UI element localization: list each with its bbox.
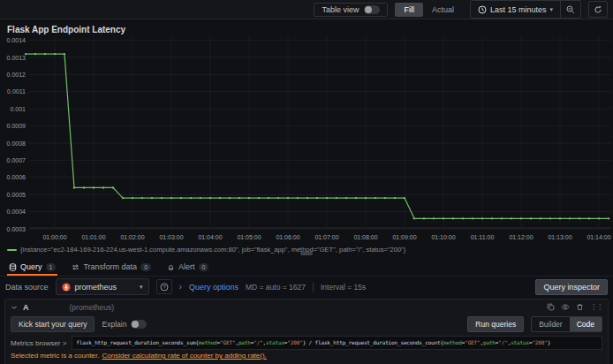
svg-text:01:11:00: 01:11:00 <box>471 234 495 240</box>
kick-start-query-button[interactable]: Kick start your query <box>11 316 95 332</box>
svg-text:0.0003: 0.0003 <box>7 226 26 232</box>
query-row-actions: ⋮⋮ <box>547 303 602 311</box>
tab-query-count: 1 <box>46 263 57 271</box>
query-options-toggle[interactable]: Query options <box>189 283 238 292</box>
svg-text:01:13:00: 01:13:00 <box>548 234 571 240</box>
fill-button[interactable]: Fill <box>395 3 423 17</box>
time-picker-group: Last 15 minutes ▾ <box>470 0 581 19</box>
tab-alert-count: 0 <box>199 263 209 271</box>
query-row-header[interactable]: A (prometheus) ⋮⋮ <box>5 300 608 314</box>
svg-text:01:10:00: 01:10:00 <box>431 234 455 240</box>
transform-icon <box>72 263 79 271</box>
svg-text:0.0009: 0.0009 <box>7 123 26 129</box>
datasource-name: prometheus <box>75 283 135 292</box>
svg-text:0.0011: 0.0011 <box>7 88 26 95</box>
promql-code-editor[interactable]: flask_http_request_duration_seconds_sum{… <box>72 336 602 350</box>
tab-query[interactable]: Query 1 <box>7 260 57 276</box>
tab-transform-label: Transform data <box>83 262 137 271</box>
tab-alert-label: Alert <box>178 262 195 271</box>
latency-chart[interactable]: 0.00140.00130.00120.00110.0010.00090.000… <box>0 19 613 242</box>
tab-transform-data[interactable]: Transform data 0 <box>70 260 153 276</box>
datasource-picker[interactable]: prometheus ▾ <box>56 278 149 295</box>
bell-icon <box>167 263 175 271</box>
chevron-right-icon[interactable]: › <box>179 282 182 292</box>
explain-toggle-group: Explain <box>102 320 147 329</box>
magnifier-minus-icon <box>566 5 575 14</box>
svg-text:0.001: 0.001 <box>10 106 26 112</box>
table-view-toggle-group[interactable]: Table view <box>314 3 388 17</box>
chevron-down-icon[interactable] <box>11 304 18 311</box>
query-editor-row: Metrics browser > flask_http_request_dur… <box>5 336 608 350</box>
tab-query-label: Query <box>20 262 42 271</box>
query-toolbar: Kick start your query Explain Run querie… <box>5 314 608 336</box>
code-button[interactable]: Code <box>570 317 602 331</box>
panel-title: Flask App Endpoint Latency <box>7 25 125 34</box>
divider <box>313 283 314 292</box>
svg-text:01:14:00: 01:14:00 <box>587 234 610 240</box>
drag-handle-icon[interactable]: ⋮⋮ <box>590 303 602 311</box>
svg-text:01:02:00: 01:02:00 <box>120 234 144 240</box>
query-ref-id: A <box>23 303 29 312</box>
svg-text:01:08:00: 01:08:00 <box>353 234 377 240</box>
warning-rate-link[interactable]: Consider calculating rate of counter by … <box>102 352 267 360</box>
svg-text:01:06:00: 01:06:00 <box>276 234 299 240</box>
refresh-button[interactable] <box>588 1 608 18</box>
datasource-help-button[interactable]: ? <box>156 279 172 294</box>
query-options-row: › Options Legend: AutoFormat: Time serie… <box>5 360 608 364</box>
datasource-row: Data source prometheus ▾ ? › Query optio… <box>0 277 613 297</box>
legend-item[interactable]: {instance="ec2-184-169-216-224.us-west-1… <box>7 246 405 254</box>
table-view-switch[interactable] <box>364 5 380 14</box>
svg-text:01:09:00: 01:09:00 <box>392 234 416 240</box>
pane-resize-handle[interactable] <box>300 252 313 255</box>
datasource-label: Data source <box>5 283 49 292</box>
zoom-out-button[interactable] <box>561 1 580 18</box>
svg-text:0.0004: 0.0004 <box>7 209 26 215</box>
run-queries-button[interactable]: Run queries <box>467 316 524 332</box>
max-datapoints-summary: MD = auto = 1627 <box>246 283 306 292</box>
svg-text:0.0006: 0.0006 <box>7 174 26 180</box>
caret-down-icon: ▾ <box>549 6 553 13</box>
fill-actual-segment: Fill Actual <box>395 3 463 17</box>
time-range-picker[interactable]: Last 15 minutes ▾ <box>471 1 560 18</box>
builder-code-segment: Builder Code <box>531 316 602 332</box>
svg-text:?: ? <box>163 284 165 290</box>
caret-down-icon: ▾ <box>140 284 143 291</box>
query-datasource-hint: (prometheus) <box>70 303 115 312</box>
svg-text:0.0013: 0.0013 <box>7 55 26 61</box>
metrics-browser-button[interactable]: Metrics browser > <box>11 339 66 347</box>
duplicate-icon[interactable] <box>547 303 555 311</box>
table-view-label: Table view <box>322 5 359 14</box>
refresh-icon <box>594 5 602 14</box>
explain-switch[interactable] <box>131 320 147 329</box>
question-circle-icon: ? <box>160 283 169 292</box>
interval-summary: Interval = 15s <box>321 283 366 292</box>
svg-text:01:12:00: 01:12:00 <box>509 234 533 240</box>
editor-tabs: Query 1 Transform data 0 Alert 0 <box>0 260 613 277</box>
database-icon <box>9 263 17 271</box>
svg-text:01:05:00: 01:05:00 <box>237 234 261 240</box>
svg-text:01:00:00: 01:00:00 <box>42 234 66 240</box>
svg-text:0.0014: 0.0014 <box>7 37 26 43</box>
trash-icon[interactable] <box>576 303 584 311</box>
prometheus-icon <box>62 283 71 292</box>
actual-button[interactable]: Actual <box>423 3 463 17</box>
svg-text:01:03:00: 01:03:00 <box>159 234 183 240</box>
eye-icon[interactable] <box>561 303 570 311</box>
series-color-dash <box>7 249 17 251</box>
builder-button[interactable]: Builder <box>532 317 569 331</box>
svg-text:0.0012: 0.0012 <box>7 72 26 78</box>
top-toolbar: Table view Fill Actual Last 15 minutes ▾ <box>0 0 613 19</box>
series-legend-label: {instance="ec2-184-169-216-224.us-west-1… <box>20 246 405 254</box>
svg-text:0.0007: 0.0007 <box>7 157 26 163</box>
tab-alert[interactable]: Alert 0 <box>165 260 210 276</box>
warning-text: Selected metric is a counter. <box>11 352 100 360</box>
tab-transform-count: 0 <box>140 263 151 271</box>
svg-text:01:07:00: 01:07:00 <box>314 234 338 240</box>
explain-label: Explain <box>102 320 126 329</box>
clock-icon <box>478 5 487 14</box>
svg-text:0.0008: 0.0008 <box>7 140 26 147</box>
svg-text:01:01:00: 01:01:00 <box>81 234 105 240</box>
query-inspector-button[interactable]: Query inspector <box>535 279 608 295</box>
counter-warning: Selected metric is a counter.Consider ca… <box>5 350 608 360</box>
svg-text:0.0005: 0.0005 <box>7 192 26 198</box>
